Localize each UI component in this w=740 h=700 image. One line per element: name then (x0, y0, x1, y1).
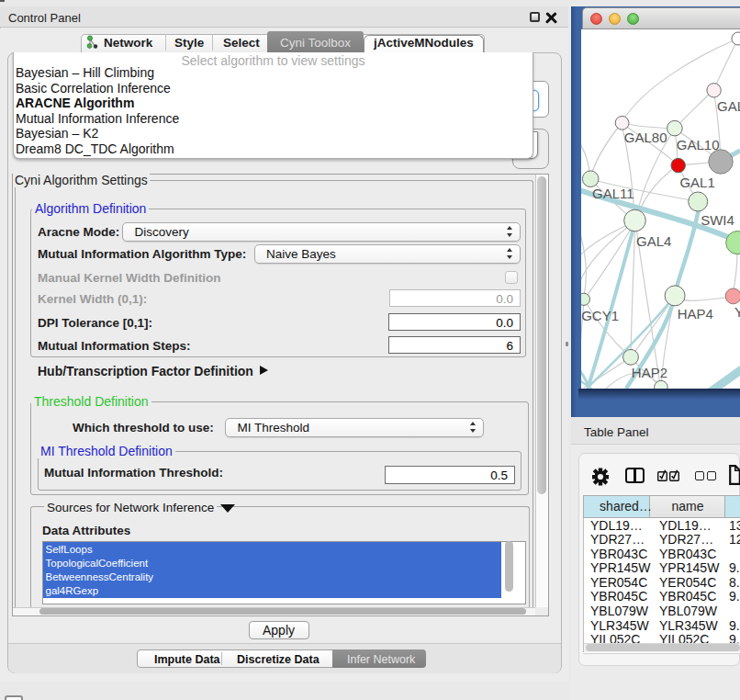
svg-text:GAL4: GAL4 (636, 233, 671, 249)
svg-text:GAL10: GAL10 (677, 137, 720, 152)
svg-text:Y: Y (734, 304, 740, 320)
svg-text:GAL11: GAL11 (592, 186, 634, 201)
svg-text:GAL1: GAL1 (679, 175, 714, 190)
svg-text:GAL7: GAL7 (717, 98, 740, 114)
svg-text:GCY1: GCY1 (581, 308, 619, 323)
svg-text:HAP2: HAP2 (632, 365, 667, 380)
svg-text:HAP4: HAP4 (678, 306, 713, 322)
svg-text:GAL80: GAL80 (624, 130, 667, 145)
svg-text:SWI4: SWI4 (701, 212, 734, 228)
